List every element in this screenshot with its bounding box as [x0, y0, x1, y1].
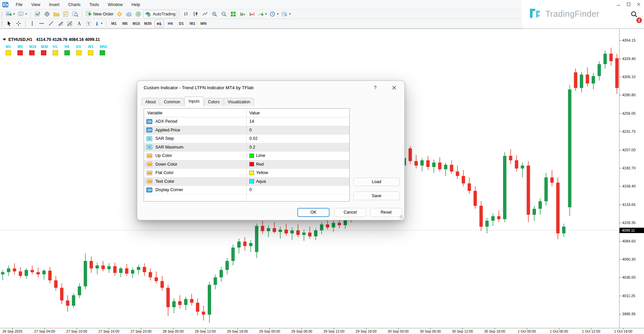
param-value[interactable]: 0.2: [249, 145, 255, 150]
label-button[interactable]: T: [84, 19, 93, 27]
tab-inputs[interactable]: Inputs: [185, 97, 204, 106]
horizontal-line-button[interactable]: [37, 19, 46, 27]
strategy-tester-button[interactable]: [71, 10, 80, 18]
profiles-button[interactable]: [17, 10, 28, 18]
input-row-display-corner[interactable]: 123Display Corner0: [144, 186, 349, 194]
minimize-button[interactable]: [616, 2, 621, 6]
periods-button[interactable]: [269, 10, 280, 18]
zoom-out-button[interactable]: [219, 10, 228, 18]
input-row-text-color[interactable]: Text ColorAqua: [144, 177, 349, 186]
menu-item-tools[interactable]: Tools: [85, 0, 103, 9]
channel-button[interactable]: [56, 19, 65, 27]
chart-bars-button[interactable]: [182, 10, 191, 18]
new-order-button[interactable]: New Order: [85, 10, 114, 18]
chart-line-button[interactable]: [201, 10, 209, 18]
crosshair-button[interactable]: [14, 19, 23, 27]
param-value[interactable]: Red: [249, 162, 264, 167]
terminal-button[interactable]: [61, 10, 70, 18]
timeframe-m1[interactable]: M1: [109, 20, 118, 27]
indicators-button[interactable]: [257, 10, 268, 18]
timeframe-mn[interactable]: MN: [199, 20, 208, 27]
maximize-button[interactable]: [627, 2, 631, 6]
chart-shift-button[interactable]: [248, 10, 256, 18]
input-row-flat-color[interactable]: Flat ColorYellow: [144, 169, 349, 177]
reset-button[interactable]: Reset: [370, 208, 402, 217]
timeframe-m30[interactable]: M30: [143, 20, 152, 27]
tab-colors[interactable]: Colors: [204, 98, 224, 106]
param-label: Flat Color: [155, 170, 174, 175]
numeric-param-icon: ½: [146, 145, 152, 150]
save-button[interactable]: Save: [353, 191, 400, 200]
param-label: SAR Maximum: [155, 145, 183, 150]
cancel-button[interactable]: Cancel: [334, 208, 366, 217]
menu-item-window[interactable]: Window: [103, 0, 127, 9]
timeframe-w1[interactable]: W1: [188, 20, 197, 27]
param-value[interactable]: Aqua: [249, 179, 266, 184]
input-row-up-color[interactable]: Up ColorLime: [144, 152, 349, 160]
tab-common[interactable]: Common: [160, 98, 184, 106]
arrows-button[interactable]: [94, 19, 104, 27]
resize-grip[interactable]: [400, 215, 403, 219]
input-row-adx-period[interactable]: 123ADX Period14: [144, 117, 349, 126]
cursor-button[interactable]: [5, 19, 13, 27]
trendline-button[interactable]: [47, 19, 55, 27]
load-button[interactable]: Load: [353, 178, 400, 186]
market-watch-button[interactable]: [33, 10, 42, 18]
toolbar-grip[interactable]: [1, 11, 3, 17]
timeframe-d1[interactable]: D1: [177, 20, 186, 27]
tab-about[interactable]: About: [142, 98, 159, 106]
input-row-sar-step[interactable]: ½SAR Step0.02: [144, 134, 349, 143]
notification-badge[interactable]: 1: [636, 17, 642, 23]
menu-item-view[interactable]: View: [27, 0, 45, 9]
dialog-title: Custom Indicator - Trend LTFN Indicator …: [144, 85, 253, 90]
menu-item-help[interactable]: Help: [127, 0, 145, 9]
timeframe-m15[interactable]: M15: [132, 20, 141, 27]
tile-windows-button[interactable]: [229, 10, 238, 18]
tab-visualization[interactable]: Visualization: [224, 98, 254, 106]
close-icon[interactable]: [391, 85, 397, 91]
menu-item-file[interactable]: File: [11, 0, 27, 9]
param-value[interactable]: 0.02: [249, 136, 257, 141]
mtf-cell-d1: D1: [76, 45, 88, 55]
menu-item-charts[interactable]: Charts: [64, 0, 85, 9]
price-axis[interactable]: 4354.154329.404305.104280.804256.054231.…: [619, 29, 644, 328]
param-value[interactable]: 0: [249, 128, 252, 132]
param-value[interactable]: 0: [249, 187, 252, 192]
new-chart-button[interactable]: [5, 10, 16, 18]
toolbar-grip[interactable]: [1, 20, 3, 26]
metaeditor-button[interactable]: [115, 10, 124, 18]
help-icon[interactable]: ?: [372, 85, 378, 90]
mtf-cell-m15: M15: [29, 45, 41, 55]
zoom-in-button[interactable]: [210, 10, 219, 18]
close-button[interactable]: [637, 2, 641, 6]
templates-button[interactable]: [281, 10, 292, 18]
param-value[interactable]: Lime: [249, 153, 265, 158]
param-value[interactable]: 14: [249, 119, 254, 124]
time-axis[interactable]: 26 Sep 202527 Sep 04:0027 Sep 10:0027 Se…: [0, 328, 644, 334]
navigator-button[interactable]: [52, 10, 61, 18]
timeframe-h1[interactable]: H1: [155, 20, 164, 27]
auto-scroll-button[interactable]: [238, 10, 247, 18]
svg-text:A: A: [78, 21, 81, 26]
input-row-sar-maximum[interactable]: ½SAR Maximum0.2: [144, 143, 349, 152]
data-window-button[interactable]: [43, 10, 51, 18]
menu-item-insert[interactable]: Insert: [45, 0, 64, 9]
chart-candles-button[interactable]: [191, 10, 200, 18]
param-value[interactable]: Yellow: [249, 170, 268, 175]
autotrading-button[interactable]: AutoTrading: [143, 10, 177, 18]
symbol-dropdown-icon[interactable]: [3, 39, 6, 41]
mtf-signal-square: [29, 50, 35, 55]
fibonacci-button[interactable]: F: [65, 19, 74, 27]
sounds-button[interactable]: [134, 10, 143, 18]
mtf-signal-square: [53, 50, 58, 55]
inputs-table: Variable Value 123ADX Period14123Applied…: [144, 108, 350, 202]
input-row-down-color[interactable]: Down ColorRed: [144, 160, 349, 169]
timeframe-m5[interactable]: M5: [120, 20, 130, 27]
ok-button[interactable]: OK: [297, 208, 330, 217]
timeframe-h4[interactable]: H4: [166, 20, 175, 27]
mtf-label: W1: [88, 45, 94, 49]
vertical-line-button[interactable]: [28, 19, 37, 27]
input-row-applied-price[interactable]: 123Applied Price0: [144, 126, 349, 135]
text-button[interactable]: A: [75, 19, 84, 27]
mql5-community-button[interactable]: [125, 10, 133, 18]
